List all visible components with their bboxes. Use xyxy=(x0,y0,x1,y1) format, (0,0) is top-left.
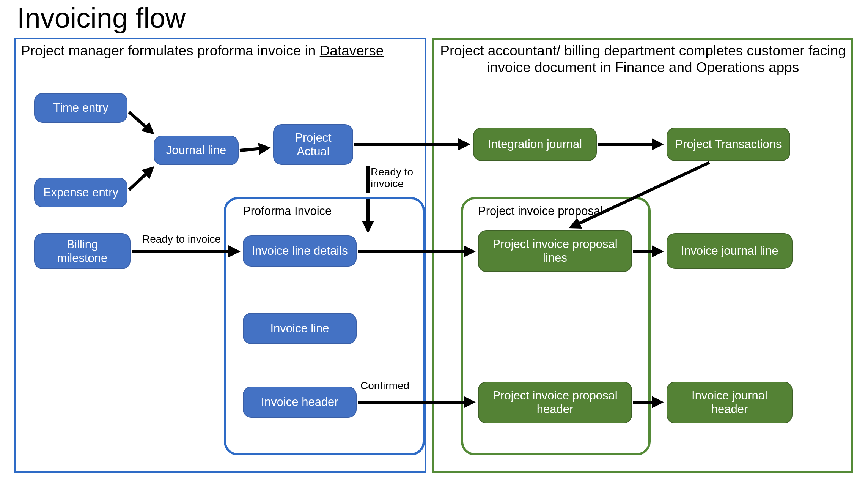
edge-label-ready-to-invoice-actual: Ready to invoice xyxy=(371,166,416,190)
region-dataverse-label-underlined: Dataverse xyxy=(320,43,384,58)
node-integration-journal: Integration journal xyxy=(473,128,597,161)
region-dataverse-label: Project manager formulates proforma invo… xyxy=(21,43,421,59)
diagram-canvas: Invoicing flow Project manager formulate… xyxy=(0,0,868,480)
node-billing-milestone: Billing milestone xyxy=(34,233,131,269)
node-invoice-header: Invoice header xyxy=(243,387,357,418)
edge-label-confirmed: Confirmed xyxy=(360,380,409,392)
node-invoice-journal-line: Invoice journal line xyxy=(667,233,793,269)
node-project-invoice-proposal-header: Project invoice proposal header xyxy=(478,382,632,423)
subregion-project-invoice-proposal-label: Project invoice proposal xyxy=(478,204,603,218)
edge-label-ready-to-invoice-milestone: Ready to invoice xyxy=(142,233,221,245)
node-invoice-journal-header: Invoice journal header xyxy=(667,382,793,423)
node-journal-line: Journal line xyxy=(154,136,239,165)
diagram-title: Invoicing flow xyxy=(17,2,186,34)
node-project-transactions: Project Transactions xyxy=(667,128,790,161)
node-expense-entry: Expense entry xyxy=(34,178,127,207)
node-project-actual: Project Actual xyxy=(273,124,353,165)
node-project-invoice-proposal-lines: Project invoice proposal lines xyxy=(478,230,632,272)
node-time-entry: Time entry xyxy=(34,93,127,123)
node-invoice-line-details: Invoice line details xyxy=(243,235,357,267)
region-dataverse-label-prefix: Project manager formulates proforma invo… xyxy=(21,43,320,58)
node-invoice-line: Invoice line xyxy=(243,313,357,344)
region-fo-apps-label: Project accountant/ billing department c… xyxy=(438,43,848,76)
subregion-proforma-invoice-label: Proforma Invoice xyxy=(243,204,332,218)
